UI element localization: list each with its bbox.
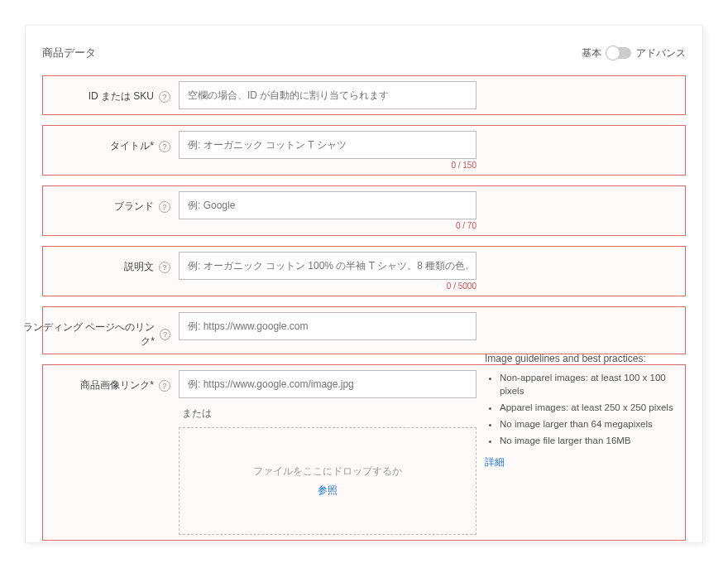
sku-input[interactable] <box>179 81 477 109</box>
row-brand: ブランド ? 0 / 70 <box>42 185 686 236</box>
guideline-item: No image larger than 64 megapixels <box>500 417 675 431</box>
guidelines-title: Image guidelines and best practices: <box>485 353 675 364</box>
help-icon[interactable]: ? <box>159 262 170 273</box>
label-sku: ID または SKU <box>89 89 154 103</box>
header: 商品データ 基本 アドバンス <box>42 46 686 60</box>
guidelines-list: Non-apparel images: at least 100 x 100 p… <box>485 371 675 447</box>
counter-title: 0 / 150 <box>179 161 477 170</box>
mode-toggle[interactable] <box>606 47 631 59</box>
help-icon[interactable]: ? <box>159 201 170 213</box>
dropzone-text: ファイルをここにドロップするか <box>253 465 402 479</box>
row-description: 説明文 ? 0 / 5000 <box>42 246 686 296</box>
description-input[interactable] <box>179 252 477 280</box>
landing-input[interactable] <box>179 312 477 340</box>
label-landing: ランディング ページへのリンク* <box>22 320 155 349</box>
label-image: 商品画像リンク* <box>80 378 154 392</box>
counter-description: 0 / 5000 <box>179 282 477 291</box>
help-icon[interactable]: ? <box>159 141 170 152</box>
row-sku: ID または SKU ? <box>42 75 686 115</box>
title-input[interactable] <box>179 131 477 159</box>
image-url-input[interactable] <box>179 370 477 398</box>
or-label: または <box>182 407 477 421</box>
toggle-label-advanced: アドバンス <box>636 46 686 60</box>
counter-brand: 0 / 70 <box>179 221 477 230</box>
product-data-card: 商品データ 基本 アドバンス ID または SKU ? タイ <box>25 25 703 543</box>
row-landing-link: ランディング ページへのリンク* ? <box>42 306 686 354</box>
page-title: 商品データ <box>42 46 96 60</box>
image-dropzone[interactable]: ファイルをここにドロップするか 参照 <box>179 427 477 535</box>
guideline-item: No image file larger than 16MB <box>500 434 675 447</box>
mode-toggle-group: 基本 アドバンス <box>582 46 686 60</box>
guideline-item: Non-apparel images: at least 100 x 100 p… <box>500 371 675 397</box>
help-icon[interactable]: ? <box>159 380 170 392</box>
label-brand: ブランド <box>114 200 154 214</box>
help-icon[interactable]: ? <box>159 91 170 103</box>
label-description: 説明文 <box>124 260 154 274</box>
label-title: タイトル* <box>110 139 154 153</box>
form-area: ID または SKU ? タイトル* ? 0 / 150 <box>42 75 686 541</box>
brand-input[interactable] <box>179 191 477 219</box>
help-icon[interactable]: ? <box>160 329 170 340</box>
details-link[interactable]: 詳細 <box>485 456 505 468</box>
toggle-label-basic: 基本 <box>582 46 601 60</box>
guideline-item: Apparel images: at least 250 x 250 pixel… <box>500 401 675 414</box>
image-guidelines-panel: Image guidelines and best practices: Non… <box>485 353 675 469</box>
browse-button[interactable]: 参照 <box>318 484 338 498</box>
row-title: タイトル* ? 0 / 150 <box>42 125 686 176</box>
